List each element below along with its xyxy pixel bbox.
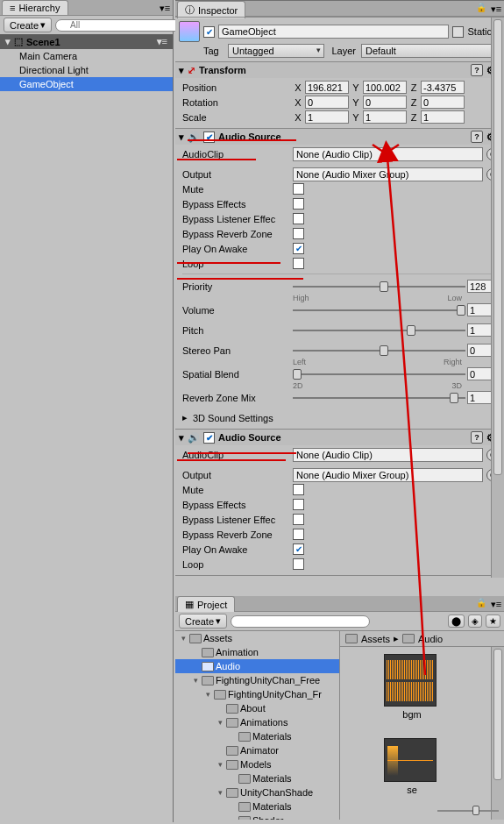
rotation-z-field[interactable] [421,96,465,109]
fold-icon[interactable]: ▾ [216,760,224,769]
position-y-field[interactable] [363,81,407,94]
play-awake-checkbox[interactable]: ✔ [293,543,304,555]
active-checkbox[interactable]: ✔ [203,26,215,38]
tree-item[interactable]: Animation [175,645,339,659]
tree-item[interactable]: About [175,701,339,715]
tag-dropdown[interactable]: Untagged [228,44,324,58]
position-x-field[interactable] [305,81,349,94]
help-icon[interactable]: ? [471,64,483,76]
audio-header-1[interactable]: ▾ 🔊 ✔ Audio Source ?⚙▾ [175,129,504,145]
breadcrumb-part[interactable]: Audio [418,634,443,644]
project-grid-scrollbar[interactable] [491,647,504,820]
filter-label-icon[interactable]: ◈ [468,614,482,628]
fold-icon[interactable]: ▾ [179,65,184,76]
fold-icon[interactable]: ▾ [179,131,184,143]
position-z-field[interactable] [421,81,465,94]
tree-item[interactable]: Audio [175,659,339,673]
tree-item[interactable]: ▾Assets [175,631,339,645]
rotation-x-field[interactable] [305,96,349,109]
transform-header[interactable]: ▾ ⤢ Transform ?⚙▾ [175,62,504,78]
scale-z-field[interactable] [421,110,465,124]
bypass-reverb-checkbox[interactable] [293,529,304,540]
hierarchy-item[interactable]: Main Camera [0,49,173,63]
filter-type-icon[interactable]: ⬤ [448,614,465,628]
fold-icon[interactable]: ▾ [216,718,224,727]
loop-checkbox[interactable] [293,558,304,570]
hierarchy-tab[interactable]: ≡ Hierarchy [2,0,68,15]
tree-item[interactable]: Materials [175,771,339,785]
lock-icon[interactable]: 🔒 [476,598,486,607]
breadcrumb-part[interactable]: Assets [361,634,390,644]
fold-icon[interactable]: ▾ [203,690,212,699]
output-field[interactable]: None (Audio Mixer Group) [293,468,483,482]
fold-icon[interactable]: ▾ [216,788,224,797]
static-checkbox[interactable] [452,26,464,38]
inspector-tab[interactable]: ⓘ Inspector [177,1,245,18]
scene-header[interactable]: ▾ ⬚ Scene1 ▾≡ [0,34,173,49]
component-enable-checkbox[interactable]: ✔ [203,131,215,143]
3d-sound-label[interactable]: 3D Sound Settings [193,413,273,423]
scale-y-field[interactable] [363,110,407,124]
mute-checkbox[interactable] [293,484,304,495]
audio-header-2[interactable]: ▾ 🔊 ✔ Audio Source ?⚙▾ [175,430,504,445]
tree-item[interactable]: ▾Models [175,757,339,771]
inspector-scrollbar[interactable] [491,18,504,578]
breadcrumb[interactable]: Assets ▸ Audio [340,631,504,647]
bypass-listener-checkbox[interactable] [293,213,304,224]
fold-icon[interactable]: ▸ [182,412,191,423]
spatial-slider[interactable] [293,368,465,380]
gameobject-icon[interactable] [179,21,200,42]
tree-item[interactable]: ▾UnityChanShade [175,785,339,799]
priority-slider[interactable] [293,281,465,293]
hierarchy-create-button[interactable]: Create ▾ [4,18,52,32]
bypass-listener-checkbox[interactable] [293,514,304,525]
inspector-options-icon[interactable]: ▾≡ [490,3,502,15]
hierarchy-item-selected[interactable]: GameObject [0,77,173,91]
component-enable-checkbox[interactable]: ✔ [203,432,215,444]
project-options-icon[interactable]: ▾≡ [490,598,502,610]
bypass-effects-checkbox[interactable] [293,198,304,210]
bypass-effects-checkbox[interactable] [293,499,304,510]
output-field[interactable]: None (Audio Mixer Group) [293,167,483,181]
help-icon[interactable]: ? [471,431,483,444]
volume-slider[interactable] [293,304,465,316]
fold-icon[interactable]: ▾ [191,676,200,685]
tree-item[interactable]: Shader [175,813,339,820]
loop-checkbox[interactable] [293,258,304,269]
pitch-slider[interactable] [293,324,465,337]
favorite-icon[interactable]: ★ [486,614,500,628]
asset-se[interactable]: se [384,738,440,795]
audioclip-field[interactable]: None (Audio Clip) [293,147,483,161]
project-search-input[interactable] [231,615,370,628]
project-create-button[interactable]: Create ▾ [179,614,227,629]
tree-item[interactable]: ▾FightingUnityChan_Fr [175,687,339,701]
play-awake-checkbox[interactable]: ✔ [293,243,304,254]
layer-dropdown[interactable]: Default [361,44,500,58]
reverbmix-slider[interactable] [293,392,465,404]
scale-x-field[interactable] [305,110,349,124]
fold-icon[interactable]: ▾ [5,36,11,47]
tree-item[interactable]: Materials [175,799,339,813]
audioclip-field[interactable]: None (Audio Clip) [293,448,483,462]
fold-icon[interactable]: ▾ [179,634,188,643]
lock-icon[interactable]: 🔒 [476,3,486,12]
gameobject-name-field[interactable] [218,25,449,39]
hierarchy-item[interactable]: Directional Light [0,63,173,77]
tree-item[interactable]: Materials [175,729,339,743]
asset-bgm[interactable]: bgm [384,654,440,720]
tree-item[interactable]: Animator [175,743,339,757]
fold-icon[interactable]: ▾ [179,432,184,444]
mute-checkbox[interactable] [293,183,304,195]
thumbnail-size-slider[interactable] [437,806,499,816]
tree-item[interactable]: ▾FightingUnityChan_Free [175,673,339,687]
tree-item[interactable]: ▾Animations [175,715,339,729]
bypass-reverb-checkbox[interactable] [293,228,304,239]
hierarchy-options-icon[interactable]: ▾≡ [159,2,171,14]
project-tab[interactable]: ▦ Project [177,596,235,612]
help-icon[interactable]: ? [471,131,483,143]
rotation-y-field[interactable] [363,96,407,109]
scene-menu-icon[interactable]: ▾≡ [157,36,167,47]
stereopan-slider[interactable] [293,345,465,357]
folder-icon: ▦ [185,599,194,610]
hierarchy-search-input[interactable] [55,19,195,32]
